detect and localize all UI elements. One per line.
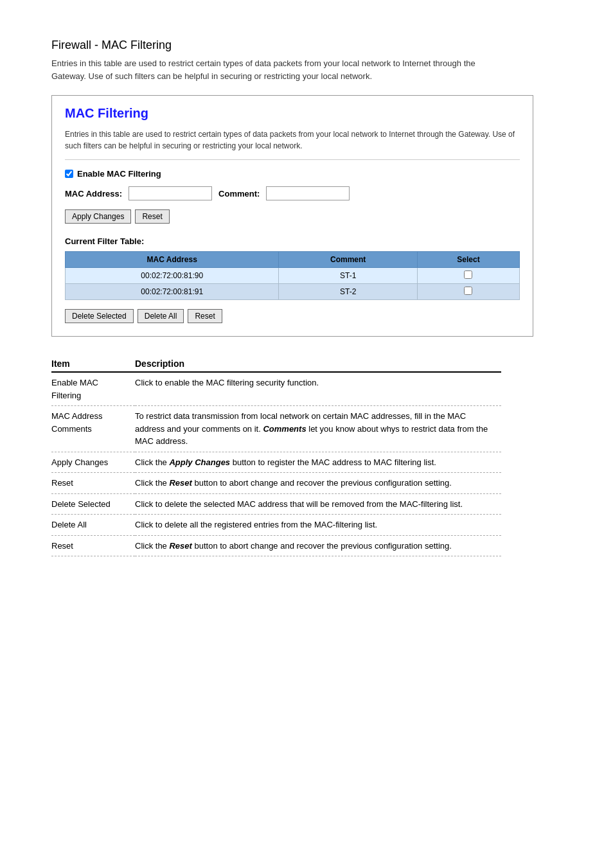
top-button-row: Apply Changes Reset — [65, 209, 520, 224]
info-row-reset-1: Reset Click the Reset button to abort ch… — [51, 473, 501, 494]
page-description: Entries in this table are used to restri… — [51, 57, 501, 82]
row-select-checkbox-2[interactable] — [464, 287, 472, 295]
info-col-description: Description — [135, 356, 501, 372]
italic-comments: Comments — [263, 424, 306, 434]
info-desc-delete-all: Click to delete all the registered entri… — [135, 515, 501, 536]
info-item-mac-address: MAC AddressComments — [51, 406, 135, 452]
apply-changes-button[interactable]: Apply Changes — [65, 209, 131, 224]
info-desc-reset-1: Click the Reset button to abort change a… — [135, 473, 501, 494]
info-item-apply-changes: Apply Changes — [51, 452, 135, 473]
current-filter-label: Current Filter Table: — [65, 236, 520, 246]
info-table: Item Description Enable MACFiltering Cli… — [51, 356, 501, 556]
info-table-header-row: Item Description — [51, 356, 501, 372]
col-mac-address: MAC Address — [66, 252, 279, 268]
comment-cell: ST-1 — [279, 268, 417, 284]
col-comment: Comment — [279, 252, 417, 268]
info-desc-enable-mac: Click to enable the MAC filtering securi… — [135, 372, 501, 406]
enable-row: Enable MAC Filtering — [65, 169, 520, 179]
reset-button-2[interactable]: Reset — [188, 309, 222, 323]
info-row-mac-address: MAC AddressComments To restrict data tra… — [51, 406, 501, 452]
mac-address-input[interactable] — [129, 186, 212, 200]
info-desc-mac-address: To restrict data transmission from local… — [135, 406, 501, 452]
mac-address-cell: 00:02:72:00:81:91 — [66, 284, 279, 300]
comment-input[interactable] — [266, 186, 350, 200]
info-item-delete-selected: Delete Selected — [51, 493, 135, 515]
comment-label: Comment: — [218, 189, 260, 199]
table-header-row: MAC Address Comment Select — [66, 252, 520, 268]
info-row-enable-mac: Enable MACFiltering Click to enable the … — [51, 372, 501, 406]
info-col-item: Item — [51, 356, 135, 372]
italic-apply-changes: Apply Changes — [169, 457, 230, 467]
info-row-apply-changes: Apply Changes Click the Apply Changes bu… — [51, 452, 501, 473]
info-row-reset-2: Reset Click the Reset button to abort ch… — [51, 535, 501, 556]
col-select: Select — [417, 252, 519, 268]
row-select-checkbox-1[interactable] — [464, 270, 472, 279]
delete-selected-button[interactable]: Delete Selected — [65, 309, 134, 323]
reset-button-1[interactable]: Reset — [135, 209, 169, 224]
bottom-button-row: Delete Selected Delete All Reset — [65, 309, 520, 323]
panel-title: MAC Filtering — [65, 106, 520, 121]
mac-filtering-panel: MAC Filtering Entries in this table are … — [51, 95, 533, 337]
select-cell — [417, 268, 519, 284]
mac-address-cell: 00:02:72:00:81:90 — [66, 268, 279, 284]
info-desc-apply-changes: Click the Apply Changes button to regist… — [135, 452, 501, 473]
filter-table: MAC Address Comment Select 00:02:72:00:8… — [65, 251, 520, 300]
info-item-reset-2: Reset — [51, 535, 135, 556]
mac-address-label: MAC Address: — [65, 189, 122, 199]
info-row-delete-all: Delete All Click to delete all the regis… — [51, 515, 501, 536]
info-desc-delete-selected: Click to delete the selected MAC address… — [135, 493, 501, 515]
info-item-reset-1: Reset — [51, 473, 135, 494]
table-row: 00:02:72:00:81:91 ST-2 — [66, 284, 520, 300]
mac-address-row: MAC Address: Comment: — [65, 186, 520, 200]
table-row: 00:02:72:00:81:90 ST-1 — [66, 268, 520, 284]
delete-all-button[interactable]: Delete All — [138, 309, 184, 323]
select-cell — [417, 284, 519, 300]
info-item-delete-all: Delete All — [51, 515, 135, 536]
panel-description: Entries in this table are used to restri… — [65, 128, 520, 160]
enable-mac-label: Enable MAC Filtering — [77, 169, 161, 179]
enable-mac-checkbox[interactable] — [65, 170, 73, 178]
italic-reset-2: Reset — [169, 541, 191, 551]
info-desc-reset-2: Click the Reset button to abort change a… — [135, 535, 501, 556]
info-item-enable-mac: Enable MACFiltering — [51, 372, 135, 406]
info-row-delete-selected: Delete Selected Click to delete the sele… — [51, 493, 501, 515]
italic-reset-1: Reset — [169, 478, 191, 488]
comment-cell: ST-2 — [279, 284, 417, 300]
page-title: Firewall - MAC Filtering — [51, 39, 587, 52]
